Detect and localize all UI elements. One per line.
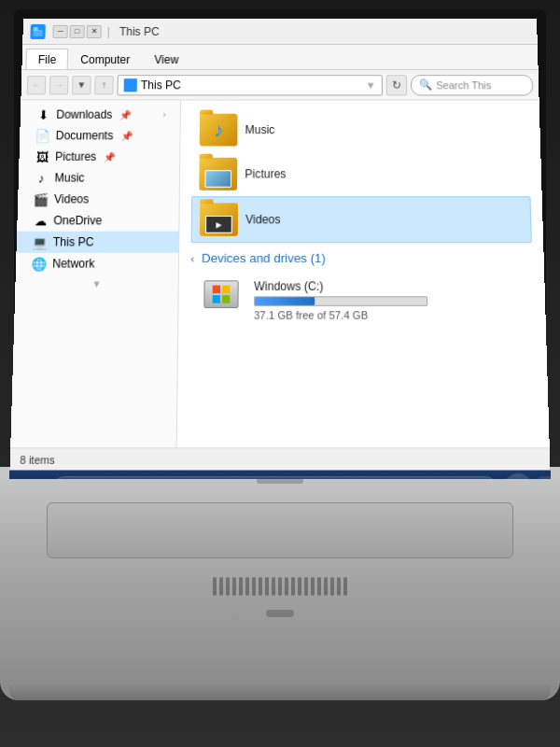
back-button[interactable]: ← [27,76,47,94]
laptop-bottom-strip [9,682,551,700]
start-button[interactable] [17,473,48,480]
speaker-hole [239,577,243,596]
status-bar: 8 items [9,447,550,470]
up-button[interactable]: ↑ [94,76,114,94]
downloads-icon: ⬇ [35,107,51,122]
sidebar-item-network[interactable]: 🌐 Network [16,253,178,275]
speaker-hole [304,577,308,596]
speaker-hole [278,577,282,596]
drive-windows-c[interactable]: Windows (C:) 37.1 GB free of 57.4 GB [190,272,535,330]
videos-preview: ▶ [205,216,232,233]
sidebar-item-videos[interactable]: 🎬 Videos [18,189,179,210]
sidebar-item-documents[interactable]: 📄 Documents 📌 [20,125,180,147]
speaker-hole [213,577,217,596]
drive-name: Windows (C:) [254,279,427,293]
speaker-hole [259,577,262,596]
path-dropdown-arrow[interactable]: ▼ [366,79,376,91]
drive-bar [255,297,315,305]
svg-rect-2 [34,26,38,30]
sidebar-label-music: Music [54,171,84,184]
folder-videos[interactable]: ▶ Videos [191,196,532,243]
sidebar-label-documents: Documents [56,129,114,142]
devices-chevron: ‹ [190,253,194,265]
sidebar-label-onedrive: OneDrive [53,214,102,228]
speaker-hole [317,577,321,596]
svg-rect-3 [213,286,220,293]
chevron-downloads: › [163,110,173,120]
ribbon-tabs: File Computer View [21,45,538,69]
path-icon [124,78,137,92]
touchpad[interactable] [47,502,513,558]
pictures-sidebar-icon: 🖼 [35,149,50,164]
drive-info: Windows (C:) 37.1 GB free of 57.4 GB [254,279,427,321]
window-controls: ─ □ ✕ [52,24,101,37]
pictures-preview [204,170,231,188]
speaker-hole [330,577,334,596]
sidebar-item-onedrive[interactable]: ☁ OneDrive [17,210,178,232]
sidebar-item-downloads[interactable]: ⬇ Downloads 📌 › [21,105,180,125]
search-placeholder: Search This [436,79,491,91]
minimize-button[interactable]: ─ [52,24,67,37]
drive-disk [203,280,238,308]
taskbar-action-button[interactable]: ≡ [539,476,551,479]
svg-rect-6 [222,295,230,303]
drive-size-text: 37.1 GB free of 57.4 GB [254,309,427,321]
speaker-hole [298,577,301,596]
screen-bezel: ─ □ ✕ | This PC File Computer Vie [14,9,546,467]
path-text: This PC [141,78,181,92]
forward-button[interactable]: → [49,76,69,94]
task-view-button[interactable]: ○ [503,473,534,480]
ribbon: File Computer View [21,45,538,70]
tab-file[interactable]: File [25,49,68,69]
tab-computer[interactable]: Computer [68,49,143,69]
sidebar-label-network: Network [52,257,95,271]
sidebar-item-this-pc[interactable]: 💻 This PC [16,232,178,253]
refresh-button[interactable]: ↻ [386,75,407,95]
items-count: 8 items [20,453,55,465]
pin-icon-documents: 📌 [120,131,132,141]
folder-pictures[interactable]: Pictures [191,152,530,197]
music-sidebar-icon: ♪ [34,170,49,186]
address-path[interactable]: This PC ▼ [117,75,383,95]
onedrive-icon: ☁ [33,213,49,229]
title-separator: | [107,24,110,37]
speaker-hole [272,577,275,596]
sidebar-label-videos: Videos [54,192,90,206]
speaker-hole [285,577,288,596]
speaker-hole [291,577,295,596]
speaker-hole [245,577,249,596]
close-button[interactable]: ✕ [87,24,102,37]
power-button[interactable] [266,610,294,617]
videos-folder-icon: ▶ [200,203,238,235]
folder-videos-label: Videos [245,213,280,227]
speaker-hole [219,577,223,596]
screen: ─ □ ✕ | This PC File Computer Vie [9,19,551,479]
pin-icon-downloads: 📌 [119,109,131,120]
drive-icon [200,280,243,320]
taskbar-search[interactable]: 🔍 Type here to search [52,476,498,479]
this-pc-icon: 💻 [32,234,48,250]
speaker-hole [311,577,315,596]
speaker-grille [47,572,513,600]
folder-music-label: Music [245,123,274,136]
sidebar-item-music[interactable]: ♪ Music [19,167,180,189]
pictures-folder-icon [199,158,237,190]
music-folder-icon: ♪ [200,114,238,147]
maximize-button[interactable]: □ [69,24,84,37]
speaker-hole [232,577,236,596]
window-title: This PC [119,24,160,37]
search-box[interactable]: 🔍 Search This [411,75,534,95]
folder-music[interactable]: ♪ Music [192,108,530,152]
network-icon: 🌐 [31,256,47,272]
sidebar-item-pictures[interactable]: 🖼 Pictures 📌 [19,146,179,167]
sidebar-label-downloads: Downloads [56,108,112,121]
speaker-hole [337,577,341,596]
power-area [266,610,294,617]
recent-locations-button[interactable]: ▼ [72,76,91,94]
svg-rect-1 [33,29,42,35]
laptop-body [0,467,560,700]
folder-pictures-label: Pictures [245,167,286,180]
tab-view[interactable]: View [142,49,190,69]
content-panel: ♪ Music Pictures [177,100,550,447]
main-area: ⬇ Downloads 📌 › 📄 Documents 📌 🖼 Pictures… [10,100,550,447]
